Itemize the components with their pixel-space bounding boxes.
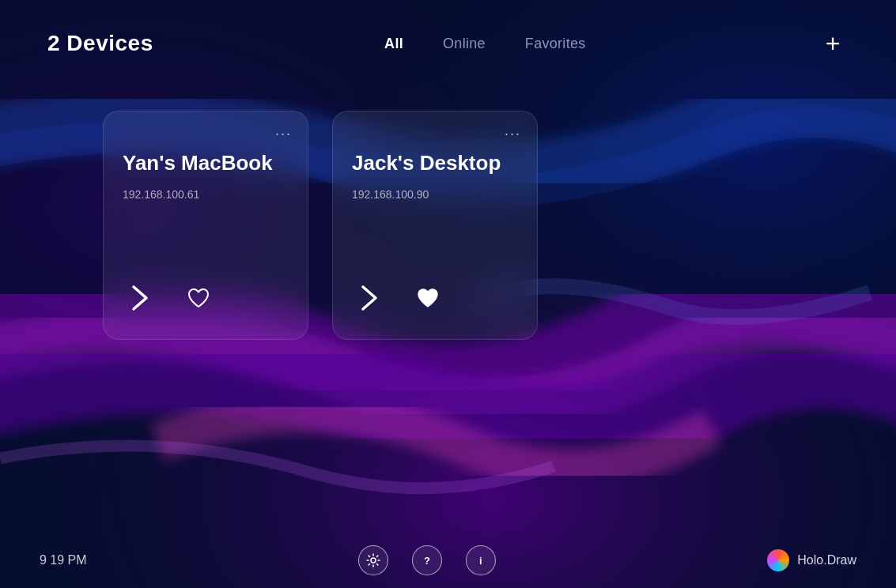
brand-name-label: Holo.Draw bbox=[797, 553, 856, 567]
devices-count-title: 2 Devices bbox=[47, 31, 153, 56]
info-button[interactable]: i bbox=[466, 545, 496, 575]
help-button[interactable]: ? bbox=[412, 545, 442, 575]
desktop-actions bbox=[352, 281, 518, 323]
heart-outline-icon bbox=[187, 287, 210, 309]
clock: 9 19 PM bbox=[40, 553, 87, 567]
desktop-connect-button[interactable] bbox=[352, 281, 387, 315]
desktop-ip: 192.168.100.90 bbox=[352, 188, 518, 201]
tab-online[interactable]: Online bbox=[443, 36, 486, 52]
desktop-favorite-button[interactable] bbox=[410, 281, 445, 315]
macbook-ip: 192.168.100.61 bbox=[123, 188, 289, 201]
device-card-macbook[interactable]: ··· Yan's MacBook 192.168.100.61 bbox=[103, 111, 308, 340]
info-icon: i bbox=[474, 554, 487, 567]
tab-favorites[interactable]: Favorites bbox=[525, 36, 586, 52]
svg-text:i: i bbox=[479, 555, 482, 567]
add-device-button[interactable]: + bbox=[817, 28, 849, 59]
footer: 9 19 PM ? i Holo.Draw bbox=[0, 533, 896, 588]
chevron-right-icon bbox=[358, 284, 380, 312]
gear-icon bbox=[366, 553, 380, 567]
settings-button[interactable] bbox=[358, 545, 388, 575]
device-cards-container: ··· Yan's MacBook 192.168.100.61 ··· Jac… bbox=[0, 111, 896, 340]
desktop-menu-button[interactable]: ··· bbox=[505, 126, 521, 142]
brand-logo-icon bbox=[767, 549, 789, 571]
macbook-menu-button[interactable]: ··· bbox=[275, 126, 292, 142]
chevron-right-icon bbox=[129, 284, 151, 312]
svg-text:?: ? bbox=[424, 555, 430, 567]
header: 2 Devices All Online Favorites + bbox=[0, 0, 896, 87]
macbook-actions bbox=[123, 281, 289, 323]
macbook-connect-button[interactable] bbox=[123, 281, 157, 315]
device-card-desktop[interactable]: ··· Jack's Desktop 192.168.100.90 bbox=[332, 111, 538, 340]
footer-icon-bar: ? i bbox=[358, 545, 496, 575]
heart-filled-icon bbox=[416, 287, 440, 309]
navigation-tabs: All Online Favorites bbox=[384, 36, 585, 52]
svg-point-4 bbox=[371, 558, 376, 563]
question-icon: ? bbox=[421, 554, 433, 567]
desktop-name: Jack's Desktop bbox=[352, 151, 518, 175]
tab-all[interactable]: All bbox=[384, 36, 403, 52]
macbook-name: Yan's MacBook bbox=[123, 151, 289, 175]
brand: Holo.Draw bbox=[767, 549, 856, 571]
macbook-favorite-button[interactable] bbox=[181, 281, 216, 315]
